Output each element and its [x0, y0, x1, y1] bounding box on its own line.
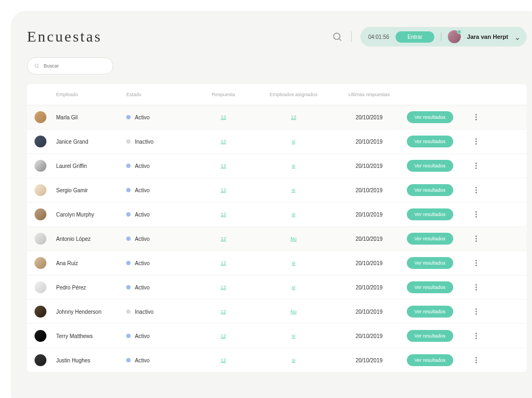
view-results-button[interactable]: Ver resultados — [407, 306, 453, 318]
respuesta-link[interactable]: 12 — [191, 285, 256, 290]
search-bar[interactable] — [27, 57, 113, 75]
asignados-link[interactable]: si — [256, 260, 331, 266]
asignados-link[interactable]: si — [256, 357, 331, 363]
more-options-button[interactable] — [472, 356, 480, 365]
table-row: Carolyn MurphyActivo12si20/10/2019Ver re… — [27, 203, 527, 227]
respuesta-link[interactable]: 12 — [191, 357, 256, 363]
search-icon[interactable] — [332, 31, 343, 42]
table-row: Terry MatthewsActivo12si20/10/2019Ver re… — [27, 324, 527, 348]
more-options-button[interactable] — [472, 113, 480, 122]
svg-point-24 — [475, 265, 476, 266]
view-results-button[interactable]: Ver resultados — [407, 257, 453, 269]
table-row: Sergio GamirActivo12si20/10/2019Ver resu… — [27, 178, 527, 203]
view-results-button[interactable]: Ver resultados — [407, 330, 453, 342]
status-text: Activo — [135, 260, 149, 266]
table-body: Marla GilActivo121220/10/2019Ver resulta… — [27, 105, 527, 372]
more-options-button[interactable] — [472, 161, 480, 170]
svg-point-28 — [475, 308, 476, 309]
status-text: Activo — [135, 333, 149, 339]
status-cell: Inactivo — [126, 309, 191, 315]
more-options-button[interactable] — [472, 332, 480, 340]
asignados-link[interactable]: si — [256, 333, 331, 339]
svg-point-33 — [475, 338, 476, 339]
respuesta-link[interactable]: 12 — [191, 333, 256, 339]
date-cell: 20/10/2019 — [331, 285, 407, 291]
svg-point-34 — [475, 357, 476, 358]
search-input[interactable] — [44, 63, 106, 69]
more-options-button[interactable] — [472, 137, 480, 146]
status-cell: Activo — [126, 187, 191, 193]
respuesta-link[interactable]: 12 — [191, 309, 256, 314]
status-cell: Activo — [126, 333, 191, 339]
more-options-button[interactable] — [472, 186, 480, 194]
asignados-link[interactable]: si — [256, 187, 331, 193]
more-options-button[interactable] — [472, 234, 480, 243]
respuesta-link[interactable]: 12 — [191, 114, 256, 120]
status-cell: Inactivo — [126, 139, 191, 145]
view-results-button[interactable]: Ver resultados — [407, 281, 453, 293]
asignados-link[interactable]: si — [256, 163, 331, 168]
view-results-button[interactable]: Ver resultados — [407, 208, 453, 220]
asignados-link[interactable]: 12 — [256, 114, 331, 120]
svg-point-22 — [475, 260, 476, 261]
employee-avatar — [35, 233, 46, 245]
date-cell: 20/10/2019 — [331, 212, 407, 218]
date-cell: 20/10/2019 — [331, 333, 407, 339]
employee-avatar — [35, 257, 46, 269]
asignados-link[interactable]: No — [256, 236, 331, 241]
col-respuesta: Respuesta — [191, 92, 256, 97]
status-dot-icon — [126, 285, 131, 289]
svg-point-2 — [35, 64, 38, 68]
svg-point-4 — [475, 114, 476, 115]
respuesta-link[interactable]: 12 — [191, 163, 256, 168]
status-text: Activo — [135, 114, 149, 120]
respuesta-link[interactable]: 12 — [191, 236, 256, 241]
asignados-link[interactable]: si — [256, 212, 331, 217]
view-results-button[interactable]: Ver resultados — [407, 354, 453, 366]
more-options-button[interactable] — [472, 210, 480, 219]
asignados-link[interactable]: si — [256, 139, 331, 144]
presence-dot-icon — [457, 30, 461, 34]
view-results-button[interactable]: Ver resultados — [407, 233, 453, 245]
employee-avatar — [35, 354, 46, 366]
status-text: Activo — [135, 163, 149, 169]
table-row: Pedro PérezActivo12si20/10/2019Ver resul… — [27, 275, 527, 300]
svg-point-7 — [475, 138, 476, 139]
more-options-button[interactable] — [472, 259, 480, 267]
chevron-down-icon[interactable] — [515, 34, 520, 39]
status-text: Inactivo — [135, 139, 153, 145]
status-cell: Activo — [126, 163, 191, 169]
more-options-button[interactable] — [472, 283, 480, 292]
svg-point-20 — [475, 238, 476, 239]
view-results-button[interactable]: Ver resultados — [407, 136, 453, 147]
status-text: Activo — [135, 357, 149, 363]
status-cell: Activo — [126, 114, 191, 120]
svg-point-27 — [475, 289, 476, 290]
respuesta-link[interactable]: 12 — [191, 139, 256, 144]
respuesta-link[interactable]: 12 — [191, 187, 256, 193]
date-cell: 20/10/2019 — [331, 114, 407, 120]
more-options-button[interactable] — [472, 307, 480, 316]
col-ultimas: Ultimas respuestas — [331, 92, 407, 97]
enter-button[interactable]: Entrar — [395, 31, 434, 43]
view-results-button[interactable]: Ver resultados — [407, 111, 453, 123]
view-results-button[interactable]: Ver resultados — [407, 160, 453, 172]
employee-avatar — [35, 281, 46, 293]
svg-point-36 — [475, 362, 476, 363]
view-results-button[interactable]: Ver resultados — [407, 184, 453, 196]
status-text: Activo — [135, 187, 149, 193]
respuesta-link[interactable]: 12 — [191, 260, 256, 266]
timer: 04:01:56 — [368, 34, 389, 40]
employee-name: Marla Gil — [56, 114, 126, 120]
asignados-link[interactable]: si — [256, 285, 331, 290]
asignados-link[interactable]: No — [256, 309, 331, 314]
svg-point-31 — [475, 333, 476, 334]
status-cell: Activo — [126, 357, 191, 363]
status-cell: Activo — [126, 260, 191, 266]
svg-point-26 — [475, 287, 476, 288]
respuesta-link[interactable]: 12 — [191, 212, 256, 217]
user-avatar[interactable] — [448, 30, 461, 43]
status-dot-icon — [126, 188, 131, 192]
employee-avatar — [35, 136, 46, 147]
date-cell: 20/10/2019 — [331, 187, 407, 193]
